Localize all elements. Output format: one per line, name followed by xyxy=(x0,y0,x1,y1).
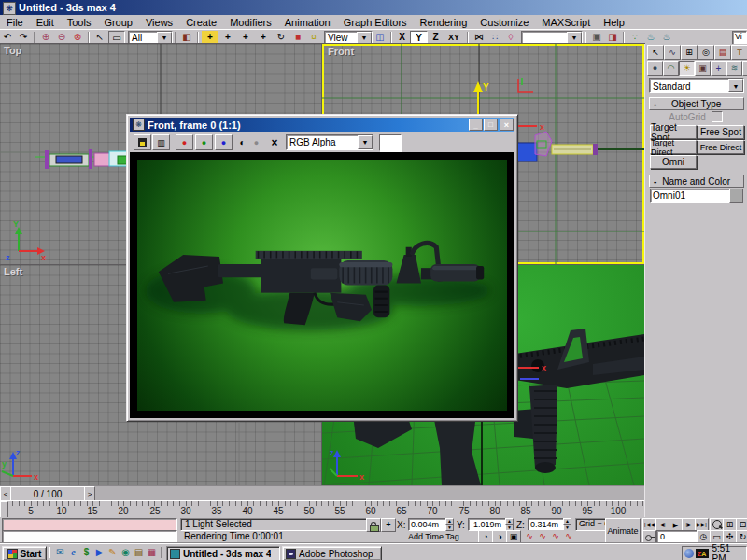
save-bitmap-icon[interactable] xyxy=(134,134,151,150)
menu-graph-editors[interactable]: Graph Editors xyxy=(337,16,414,29)
reference-coordinate-dropdown[interactable]: View ▼ xyxy=(324,31,373,45)
render-type-dropdown[interactable]: Vi xyxy=(732,31,747,45)
chevron-down-icon[interactable]: ▼ xyxy=(728,79,743,92)
menu-views[interactable]: Views xyxy=(139,16,179,29)
arc-rotate-icon[interactable]: ↻ xyxy=(736,530,747,543)
undo-icon[interactable]: ↶ xyxy=(0,31,15,44)
animate-button[interactable]: Animate xyxy=(605,518,641,543)
blue-channel-icon[interactable]: ● xyxy=(215,134,233,150)
key-filter-1-icon[interactable]: ∿ xyxy=(523,530,536,542)
select-move-z-icon[interactable]: + xyxy=(255,31,272,44)
tab-modify[interactable]: ∿ xyxy=(664,45,681,60)
current-frame-field[interactable]: 0 xyxy=(656,530,698,543)
axis-x-button[interactable]: X xyxy=(395,31,409,44)
quicklaunch-ie-icon[interactable]: e xyxy=(67,546,79,558)
select-move-y-icon[interactable]: + xyxy=(237,31,254,44)
object-name-input[interactable]: Omni01 xyxy=(650,189,730,203)
chevron-down-icon[interactable]: ▼ xyxy=(358,135,373,149)
go-to-end-button[interactable]: ▶▶| xyxy=(695,518,709,531)
chevron-down-icon[interactable]: ▼ xyxy=(567,32,582,44)
zoom-all-icon[interactable]: ⊞ xyxy=(723,518,737,531)
select-scale-icon[interactable]: ■ xyxy=(290,31,305,44)
add-time-tag-button[interactable]: Add Time Tag xyxy=(408,531,473,542)
x-coord-spinner[interactable]: ▲▼ xyxy=(445,518,454,530)
alpha-channel-icon[interactable]: ● xyxy=(249,135,263,149)
y-coord-spinner[interactable]: ▲▼ xyxy=(505,518,514,530)
target-direct-button[interactable]: Target Direct xyxy=(650,140,697,154)
background-color-swatch[interactable] xyxy=(379,134,402,151)
quicklaunch-money-icon[interactable]: $ xyxy=(80,546,92,558)
category-lights-icon[interactable]: ☀ xyxy=(679,61,695,76)
quicklaunch-search-icon[interactable]: ▤ xyxy=(133,546,145,558)
y-coord-field[interactable]: -1.019m xyxy=(468,518,507,531)
rollout-collapse-icon[interactable]: - xyxy=(650,176,660,187)
menu-edit[interactable]: Edit xyxy=(30,16,61,29)
material-editor-icon[interactable]: ∵ xyxy=(627,31,642,44)
rollout-collapse-icon[interactable]: - xyxy=(650,99,660,109)
go-to-start-button[interactable]: |◀◀ xyxy=(642,518,656,531)
next-frame-button[interactable]: |▶ xyxy=(682,518,696,531)
zoom-region-icon[interactable]: ▭ xyxy=(710,530,724,543)
category-shapes-icon[interactable]: ◠ xyxy=(663,61,679,76)
tab-display[interactable]: ▤ xyxy=(714,45,731,60)
menu-customize[interactable]: Customize xyxy=(473,16,535,29)
menu-help[interactable]: Help xyxy=(597,16,631,29)
angle-snap-icon[interactable]: ◑ xyxy=(492,530,507,544)
object-type-rollout-header[interactable]: - Object Type xyxy=(649,97,744,110)
light-type-dropdown[interactable]: Standard ▼ xyxy=(649,78,744,93)
clone-window-icon[interactable]: ▥ xyxy=(152,134,170,150)
menu-create[interactable]: Create xyxy=(179,16,223,29)
quicklaunch-pen-icon[interactable]: ✎ xyxy=(106,546,119,558)
tab-create[interactable]: ↖ xyxy=(647,45,664,60)
set-key-icon[interactable] xyxy=(642,530,656,543)
close-icon[interactable]: × xyxy=(500,119,514,131)
use-pivot-center-icon[interactable]: ◫ xyxy=(373,31,388,44)
red-channel-icon[interactable]: ● xyxy=(176,134,193,150)
track-view-icon[interactable]: ▣ xyxy=(589,31,604,44)
task-3dsmax[interactable]: Untitled - 3ds max 4 xyxy=(166,546,280,560)
z-coord-field[interactable]: 0.314m xyxy=(528,518,565,531)
play-button[interactable]: ▶ xyxy=(669,518,683,531)
select-object-icon[interactable]: ↖ xyxy=(92,31,107,44)
menu-tools[interactable]: Tools xyxy=(61,16,98,29)
key-filter-4-icon[interactable]: ∿ xyxy=(562,530,575,542)
named-selection-dropdown[interactable]: ▼ xyxy=(521,31,583,45)
category-cameras-icon[interactable]: ▣ xyxy=(695,61,711,76)
quicklaunch-paint-icon[interactable]: ▦ xyxy=(146,546,158,558)
zoom-icon[interactable] xyxy=(710,518,724,531)
category-spacewarps-icon[interactable]: ≋ xyxy=(726,61,742,76)
category-helpers-icon[interactable]: + xyxy=(711,61,726,76)
window-crossing-icon[interactable]: ◧ xyxy=(179,31,194,44)
menu-maxscript[interactable]: MAXScript xyxy=(535,16,597,29)
chevron-down-icon[interactable]: ▼ xyxy=(157,32,172,44)
chevron-down-icon[interactable]: ▼ xyxy=(357,32,372,44)
quicklaunch-media-icon[interactable]: ▶ xyxy=(93,546,106,558)
percent-snap-icon[interactable]: ▣ xyxy=(506,530,521,544)
array-icon[interactable]: ∷ xyxy=(487,31,502,44)
select-rotate-icon[interactable]: ↻ xyxy=(273,31,289,44)
snap-toggle-icon[interactable]: ◔ xyxy=(478,530,493,544)
render-image[interactable] xyxy=(137,160,507,411)
tab-motion[interactable]: ◎ xyxy=(698,45,714,60)
render-scene-icon[interactable]: ♨ xyxy=(643,31,658,44)
axis-z-button[interactable]: Z xyxy=(429,31,443,44)
key-filter-3-icon[interactable]: ∿ xyxy=(549,530,562,542)
quicklaunch-mail-icon[interactable]: ✉ xyxy=(54,546,66,558)
menu-file[interactable]: File xyxy=(0,16,30,29)
free-spot-button[interactable]: Free Spot xyxy=(698,125,744,139)
free-direct-button[interactable]: Free Direct xyxy=(698,140,744,154)
quick-render-icon[interactable]: ♨ xyxy=(659,31,674,44)
selection-filter-dropdown[interactable]: All ▼ xyxy=(128,31,173,45)
tab-hierarchy[interactable]: ⊞ xyxy=(681,45,698,60)
maximize-button[interactable]: □ xyxy=(484,119,498,131)
axis-xy-button[interactable]: XY xyxy=(444,31,464,44)
taskbar-clock[interactable]: 5:51 PM xyxy=(712,543,746,560)
pan-icon[interactable]: ✣ xyxy=(723,530,737,543)
menu-modifiers[interactable]: Modifiers xyxy=(223,16,278,29)
green-channel-icon[interactable]: ● xyxy=(195,134,213,150)
task-photoshop[interactable]: Adobe Photoshop xyxy=(282,546,382,560)
category-geometry-icon[interactable]: ● xyxy=(647,61,663,76)
z-coord-spinner[interactable]: ▲▼ xyxy=(563,518,571,530)
unlink-icon[interactable]: ⊖ xyxy=(54,31,69,44)
tray-zonealarm-icon[interactable]: ZA xyxy=(696,549,709,558)
